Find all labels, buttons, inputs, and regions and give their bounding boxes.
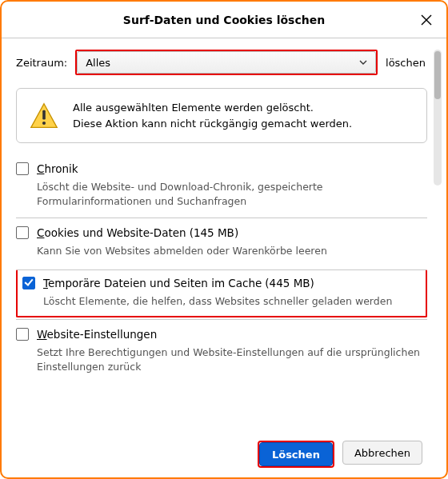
checkbox-cache[interactable] — [22, 277, 35, 289]
scrollbar[interactable] — [432, 38, 446, 477]
checkbox-history[interactable] — [16, 162, 29, 175]
label-site-settings[interactable]: Website-Einstellungen — [37, 328, 157, 341]
svg-point-4 — [42, 121, 46, 124]
svg-rect-3 — [42, 110, 46, 119]
option-history: Chronik Löscht die Website- und Download… — [16, 154, 427, 218]
checkbox-cookies[interactable] — [16, 226, 29, 239]
desc-history: Löscht die Website- und Download-Chronik… — [37, 180, 422, 208]
warning-text: Alle ausgewählten Elemente werden gelösc… — [73, 100, 352, 131]
option-site-settings: Website-Einstellungen Setzt Ihre Berecht… — [16, 319, 427, 383]
dialog-title: Surf-Daten und Cookies löschen — [123, 14, 325, 26]
warning-box: Alle ausgewählten Elemente werden gelösc… — [16, 88, 427, 143]
desc-site-settings: Setzt Ihre Berechtigungen und Website-Ei… — [37, 345, 422, 373]
desc-cache: Löscht Elemente, die helfen, dass Websit… — [43, 294, 421, 309]
dialog-window: Surf-Daten und Cookies löschen Zeitraum:… — [0, 0, 448, 479]
time-range-suffix: löschen — [386, 57, 427, 69]
content-area: Zeitraum: Alles löschen — [2, 38, 432, 477]
cancel-button[interactable]: Abbrechen — [342, 441, 422, 465]
time-range-value: Alles — [86, 57, 110, 69]
checkbox-site-settings[interactable] — [16, 328, 29, 341]
option-cache: Temporäre Dateien und Seiten im Cache(44… — [16, 269, 427, 318]
time-range-row: Zeitraum: Alles löschen — [16, 50, 427, 75]
button-row: Löschen Abbrechen — [16, 437, 427, 468]
close-icon — [421, 14, 432, 26]
options-list: Chronik Löscht die Website- und Download… — [16, 154, 427, 383]
desc-cookies: Kann Sie von Websites abmelden oder Ware… — [37, 244, 422, 258]
time-range-highlight: Alles — [75, 50, 378, 75]
dialog-body: Zeitraum: Alles löschen — [2, 38, 446, 477]
time-range-select[interactable]: Alles — [77, 51, 376, 74]
time-range-label: Zeitraum: — [16, 57, 67, 69]
label-cache[interactable]: Temporäre Dateien und Seiten im Cache(44… — [43, 277, 314, 289]
option-cookies: Cookies und Website-Daten(145 MB) Kann S… — [16, 218, 427, 268]
chevron-down-icon — [359, 58, 367, 66]
confirm-button[interactable]: Löschen — [259, 442, 333, 466]
label-history[interactable]: Chronik — [37, 162, 78, 175]
warning-icon — [30, 102, 58, 130]
label-cookies[interactable]: Cookies und Website-Daten(145 MB) — [37, 226, 238, 239]
title-bar: Surf-Daten und Cookies löschen — [2, 2, 446, 38]
scrollbar-track — [434, 50, 442, 186]
warning-line-1: Alle ausgewählten Elemente werden gelösc… — [73, 100, 352, 116]
close-button[interactable] — [416, 10, 437, 30]
warning-line-2: Diese Aktion kann nicht rückgängig gemac… — [73, 116, 352, 132]
scrollbar-thumb[interactable] — [434, 51, 441, 99]
confirm-highlight: Löschen — [258, 441, 334, 468]
